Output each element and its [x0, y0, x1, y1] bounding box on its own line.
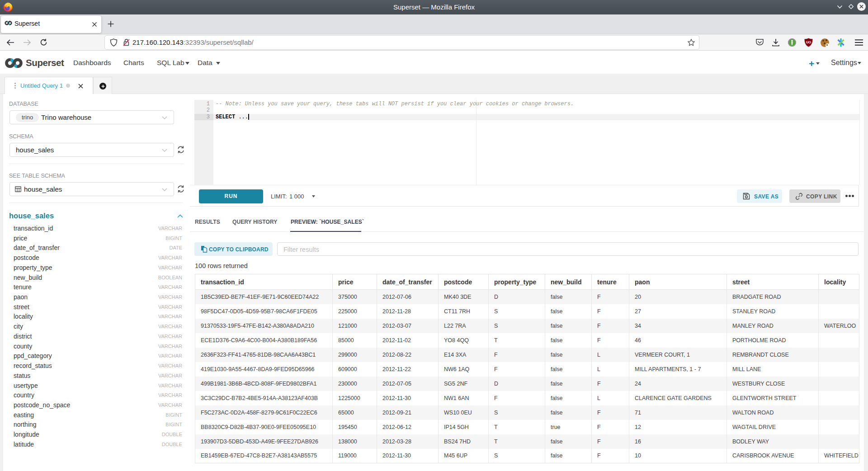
- svg-text:UO: UO: [806, 40, 811, 44]
